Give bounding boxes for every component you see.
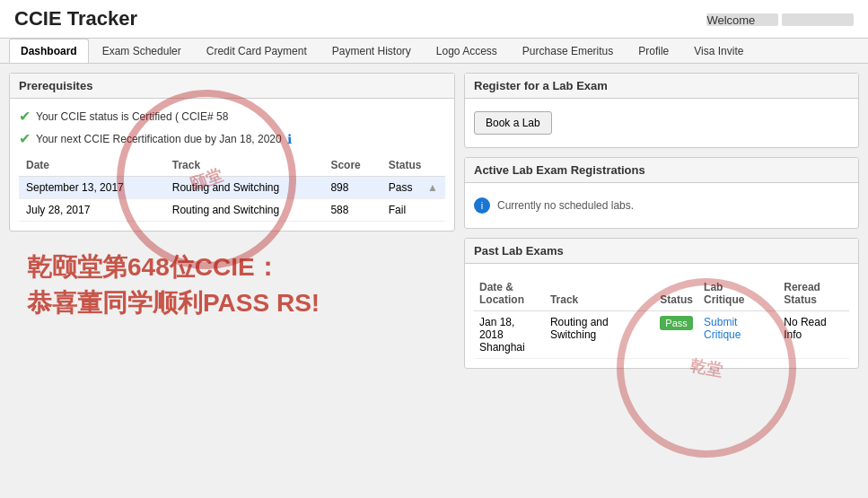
tab-purchase-emeritus[interactable]: Purchase Emeritus (511, 39, 625, 63)
chevron-up-icon: ▲ (427, 181, 438, 194)
prereq-text-1: Your CCIE status is Certified ( CCIE# 58 (36, 110, 228, 123)
username-placeholder (782, 13, 854, 26)
past-row1-status: Pass (654, 311, 698, 359)
col-reread-status: RereadStatus (778, 276, 849, 311)
pass-badge: Pass (660, 316, 692, 330)
col-status: Status (654, 276, 698, 311)
active-registrations-panel: Active Lab Exam Registrations i Currentl… (464, 157, 859, 229)
past-row1-date: Jan 18, 2018Shanghai (474, 311, 545, 359)
tab-logo-access[interactable]: Logo Access (425, 39, 509, 63)
header: CCIE Tracker Welcome (0, 0, 868, 39)
table-row[interactable]: July 28, 2017 Routing and Switching 588 … (19, 199, 445, 222)
prerequisites-title: Prerequisites (10, 74, 454, 99)
prereq-item-1: ✔ Your CCIE status is Certified ( CCIE# … (19, 108, 445, 125)
right-panel: Register for a Lab Exam Book a Lab Activ… (464, 73, 859, 378)
row1-status: Pass ▲ (381, 177, 445, 199)
left-panel: Prerequisites ✔ Your CCIE status is Cert… (9, 73, 455, 378)
no-labs-row: i Currently no scheduled labs. (474, 192, 849, 219)
past-row1-track: Routing and Switching (545, 311, 654, 359)
past-row1-reread: No Read Info (778, 311, 849, 359)
past-lab-exams-title: Past Lab Exams (465, 239, 858, 264)
prerequisites-panel: Prerequisites ✔ Your CCIE status is Cert… (9, 73, 455, 232)
no-labs-text: Currently no scheduled labs. (497, 199, 634, 212)
prereq-text-2: Your next CCIE Recertification due by Ja… (36, 133, 282, 145)
past-row1-critique: Submit Critique (698, 311, 778, 359)
register-lab-body: Book a Lab (465, 99, 858, 147)
main-content: Prerequisites ✔ Your CCIE status is Cert… (0, 64, 868, 387)
active-registrations-body: i Currently no scheduled labs. (465, 183, 858, 228)
check-icon-1: ✔ (19, 108, 31, 125)
row1-score: 898 (323, 177, 381, 199)
row2-score: 588 (323, 199, 381, 222)
tab-credit-card-payment[interactable]: Credit Card Payment (195, 39, 319, 63)
tab-visa-invite[interactable]: Visa Invite (682, 39, 755, 63)
col-lab-critique: LabCritique (698, 276, 778, 311)
info-circle-icon: i (474, 197, 490, 214)
row1-track: Routing and Switching (165, 177, 324, 199)
table-row[interactable]: September 13, 2017 Routing and Switching… (19, 177, 445, 199)
welcome-text: Welcome (706, 12, 854, 26)
past-lab-exams-panel: Past Lab Exams Date &Location Track Stat… (464, 238, 859, 369)
prereq-item-2: ✔ Your next CCIE Recertification due by … (19, 130, 445, 147)
prerequisites-body: ✔ Your CCIE status is Certified ( CCIE# … (10, 99, 454, 231)
tab-exam-scheduler[interactable]: Exam Scheduler (91, 39, 193, 63)
col-date-location: Date &Location (474, 276, 545, 311)
row1-date: September 13, 2017 (19, 177, 165, 199)
col-track: Track (165, 154, 324, 177)
book-lab-button[interactable]: Book a Lab (474, 111, 552, 135)
check-icon-2: ✔ (19, 130, 31, 147)
history-table: Date Track Score Status September 13, 20… (19, 154, 445, 222)
row2-status: Fail (381, 199, 445, 222)
past-lab-table: Date &Location Track Status LabCritique … (474, 276, 849, 359)
tab-payment-history[interactable]: Payment History (320, 39, 423, 63)
info-icon[interactable]: ℹ (287, 132, 292, 146)
col-score: Score (323, 154, 381, 177)
row2-track: Routing and Switching (165, 199, 324, 222)
tab-profile[interactable]: Profile (627, 39, 680, 63)
active-registrations-title: Active Lab Exam Registrations (465, 158, 858, 183)
register-lab-panel: Register for a Lab Exam Book a Lab (464, 73, 859, 148)
nav-tabs: Dashboard Exam Scheduler Credit Card Pay… (0, 39, 868, 64)
app-title: CCIE Tracker (14, 7, 137, 31)
tab-dashboard[interactable]: Dashboard (9, 39, 89, 63)
col-status: Status (381, 154, 445, 177)
row2-date: July 28, 2017 (19, 199, 165, 222)
past-lab-row: Jan 18, 2018Shanghai Routing and Switchi… (474, 311, 849, 359)
register-lab-title: Register for a Lab Exam (465, 74, 858, 99)
past-lab-exams-body: Date &Location Track Status LabCritique … (465, 264, 858, 368)
col-date: Date (19, 154, 165, 177)
col-track: Track (545, 276, 654, 311)
submit-critique-link[interactable]: Submit Critique (704, 316, 741, 341)
